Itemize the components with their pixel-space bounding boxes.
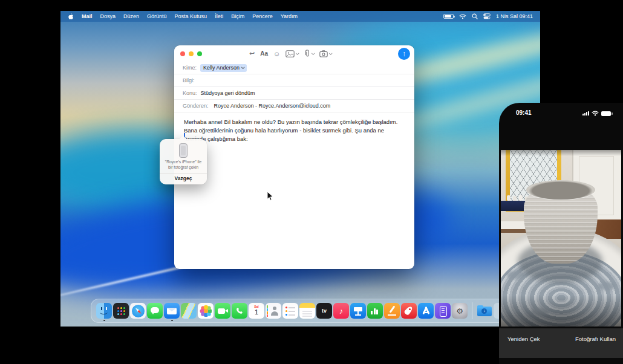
photo-bottom-shadow — [501, 295, 621, 327]
clay-pot-rim — [526, 180, 595, 200]
clay-smudges — [507, 271, 525, 279]
dock-divider — [472, 302, 472, 319]
to-label: Kime: — [183, 65, 197, 71]
dock-maps-icon[interactable] — [181, 303, 197, 319]
subject-value: Stüdyoya geri döndüm — [201, 90, 255, 96]
zoom-button[interactable] — [197, 51, 202, 56]
cc-field[interactable]: Bilgi: — [174, 74, 414, 87]
message-body[interactable]: Merhaba anne! Bil bakalım ne oldu? Bu ya… — [174, 112, 414, 148]
dock-photos-icon[interactable] — [198, 303, 214, 319]
dock-settings-icon[interactable]: ⚙ — [452, 303, 468, 319]
dock-finder-icon[interactable] — [96, 303, 112, 319]
dock-calendar-icon[interactable]: Sal 1 — [249, 303, 264, 319]
dock: Sal 1 tv ♪ ⚙ ↓ — [91, 299, 510, 323]
menu-bar: Mail Dosya Düzen Görüntü Posta Kutusu İl… — [60, 11, 540, 22]
captured-photo-pottery-wheel — [501, 150, 621, 327]
control-center-icon[interactable] — [483, 13, 491, 19]
photo-browser-button[interactable] — [285, 50, 298, 57]
dock-safari-icon[interactable] — [130, 303, 146, 319]
photo-top-shadow — [501, 150, 621, 156]
menu-bar-clock[interactable]: 1 Nis Sal 09:41 — [496, 13, 533, 19]
battery-icon — [601, 111, 611, 116]
mail-running-indicator — [171, 320, 173, 322]
dock-contacts-icon[interactable] — [266, 303, 281, 319]
menu-item-yardim[interactable]: Yardım — [281, 13, 298, 19]
send-button[interactable]: ↑ — [398, 48, 410, 60]
menu-item-dosya[interactable]: Dosya — [100, 13, 116, 19]
format-button[interactable]: Aa — [260, 50, 268, 57]
minimize-button[interactable] — [189, 51, 194, 56]
dock-keynote-icon[interactable] — [350, 303, 366, 319]
mail-compose-window: ↩ Aa ☺ ↑ Kime: Kell — [174, 45, 414, 269]
wifi-icon — [592, 111, 599, 116]
iphone-screen: 09:41 — [499, 103, 623, 364]
dock-mail-icon[interactable] — [164, 303, 180, 319]
dock-launchpad-icon[interactable] — [113, 303, 129, 319]
dock-facetime-icon[interactable] — [215, 303, 230, 319]
retake-button[interactable]: Yeniden Çek — [507, 336, 540, 342]
menu-item-bicim[interactable]: Biçim — [231, 13, 244, 19]
mouse-cursor — [267, 191, 274, 204]
from-field[interactable]: Gönderen: Royce Anderson - Royce.Anderso… — [174, 100, 414, 112]
iphone-status-bar: 09:41 — [499, 103, 623, 123]
close-button[interactable] — [180, 51, 185, 56]
undo-button[interactable]: ↩ — [249, 50, 255, 57]
chevron-down-icon — [241, 65, 245, 69]
dock-phone-icon[interactable] — [232, 303, 247, 319]
menu-item-ileti[interactable]: İleti — [215, 13, 223, 19]
to-field[interactable]: Kime: Kelly Anderson — [174, 62, 414, 74]
dock-downloads-icon[interactable]: ↓ — [477, 303, 492, 319]
battery-icon[interactable] — [443, 14, 454, 19]
wifi-icon[interactable] — [459, 14, 466, 19]
menu-item-posta-kutusu[interactable]: Posta Kutusu — [175, 13, 207, 19]
menu-item-mail[interactable]: Mail — [82, 13, 93, 19]
popup-message: "Royce's iPhone" ile bir fotoğraf çekin — [160, 160, 207, 171]
table-ledge — [501, 221, 526, 229]
from-value: Royce Anderson - Royce.Anderson@icloud.c… — [214, 103, 331, 109]
dock-numbers-icon[interactable] — [367, 303, 383, 319]
continuity-camera-popup: "Royce's iPhone" ile bir fotoğraf çekin … — [160, 139, 207, 184]
attach-button[interactable] — [304, 50, 314, 57]
cc-label: Bilgi: — [183, 77, 195, 83]
use-photo-button[interactable]: Fotoğrafı Kullan — [575, 336, 616, 342]
recipient-token[interactable]: Kelly Anderson — [200, 64, 247, 72]
screenshot-canvas: Mail Dosya Düzen Görüntü Posta Kutusu İl… — [0, 0, 623, 364]
dock-pages-icon[interactable] — [384, 303, 400, 319]
camera-action-bar: Yeniden Çek Fotoğrafı Kullan — [499, 328, 623, 358]
dock-messages-icon[interactable] — [147, 303, 163, 319]
dock-tv-icon[interactable]: tv — [316, 303, 332, 319]
cancel-button[interactable]: Vazgeç — [160, 174, 207, 184]
iphone-icon — [179, 143, 188, 158]
apple-menu-icon[interactable] — [68, 13, 74, 20]
dock-games-icon[interactable] — [401, 303, 417, 319]
compose-toolbar: ↩ Aa ☺ ↑ — [174, 45, 414, 62]
dock-reminders-icon[interactable] — [282, 303, 298, 319]
emoji-button[interactable]: ☺ — [273, 50, 280, 57]
cellular-signal-icon — [582, 111, 589, 116]
menu-item-duzen[interactable]: Düzen — [123, 13, 139, 19]
menu-item-goruntu[interactable]: Görüntü — [147, 13, 167, 19]
iphone-clock: 09:41 — [516, 109, 532, 116]
subject-field[interactable]: Konu: Stüdyoya geri döndüm — [174, 87, 414, 100]
finder-running-indicator — [103, 320, 105, 322]
subject-label: Konu: — [183, 90, 197, 96]
calendar-day: 1 — [249, 309, 264, 316]
dock-appstore-icon[interactable] — [418, 303, 434, 319]
spotlight-search-icon[interactable] — [472, 13, 478, 19]
menu-item-pencere[interactable]: Pencere — [252, 13, 273, 19]
insert-from-iphone-button[interactable] — [319, 50, 331, 57]
dock-iphone-mirroring-icon[interactable] — [435, 303, 451, 319]
dock-notes-icon[interactable] — [299, 303, 315, 319]
from-label: Gönderen: — [183, 103, 209, 109]
dock-music-icon[interactable]: ♪ — [333, 303, 349, 319]
